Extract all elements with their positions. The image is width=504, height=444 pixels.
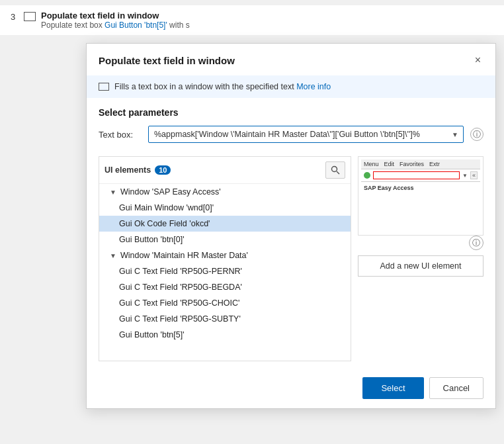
params-section: Select parameters Text box: %appmask['Wi… (87, 98, 495, 143)
sap-preview: Menu Edit Favorites Extr ▼ « SAP Easy Ac… (358, 157, 483, 197)
textbox-info-button[interactable]: ⓘ (470, 128, 483, 141)
window-icon (24, 12, 36, 21)
task-title: Populate text field in window (41, 11, 190, 21)
ui-count-badge: 10 (155, 165, 171, 175)
tree-item[interactable]: Gui C Text Field 'RP50G-BEGDA' (99, 279, 351, 295)
preview-box: Menu Edit Favorites Extr ▼ « SAP Easy Ac… (358, 156, 483, 236)
tree-item[interactable]: ▼ Window 'Maintain HR Master Data' (99, 247, 351, 263)
sap-input-field (373, 171, 460, 179)
info-text: Fills a text box in a window with the sp… (114, 82, 331, 91)
svg-line-1 (337, 171, 339, 174)
add-ui-element-button[interactable]: Add a new UI element (358, 255, 483, 277)
ui-elements-panel: UI elements 10 ▼ Window 'SAP Easy Access… (99, 156, 351, 361)
content-area: UI elements 10 ▼ Window 'SAP Easy Access… (87, 150, 495, 361)
tree-item[interactable]: Gui C Text Field 'RP50G-PERNR' (99, 263, 351, 279)
task-subtitle: Populate text box Gui Button 'btn[5]' wi… (41, 21, 190, 30)
svg-point-0 (332, 167, 337, 172)
tree-item[interactable]: Gui Main Window 'wnd[0]' (99, 200, 351, 216)
collapse-icon: ▼ (110, 189, 116, 196)
task-item: 3 Populate text field in window Populate… (0, 5, 504, 35)
more-info-link[interactable]: More info (296, 82, 331, 91)
sap-menu-bar: Menu Edit Favorites Extr (361, 159, 480, 169)
textbox-icon (99, 83, 109, 91)
modal: Populate text field in window × Fills a … (86, 43, 496, 409)
textbox-label: Text box: (99, 130, 142, 140)
ui-elements-label: UI elements (105, 165, 151, 175)
tree-item[interactable]: Gui Ok Code Field 'okcd' (99, 216, 351, 232)
tree-item[interactable]: Gui Button 'btn[0]' (99, 232, 351, 247)
tree-item[interactable]: Gui C Text Field 'RP50G-SUBTY' (99, 311, 351, 327)
textbox-row: Text box: %appmask['Window \'Maintain HR… (99, 126, 483, 143)
sap-toolbar: ▼ « (361, 169, 480, 182)
modal-footer: Select Cancel (87, 368, 495, 408)
tree-item[interactable]: Gui Button 'btn[5]' (99, 327, 351, 343)
right-info-button[interactable]: ⓘ (469, 236, 483, 250)
textbox-select[interactable]: %appmask['Window \'Maintain HR Master Da… (148, 126, 464, 143)
cancel-button[interactable]: Cancel (429, 377, 483, 399)
right-panel: Menu Edit Favorites Extr ▼ « SAP Easy Ac… (358, 156, 483, 361)
task-number: 3 (11, 12, 24, 22)
search-button[interactable] (325, 161, 345, 179)
green-status-icon (364, 172, 370, 179)
search-icon (331, 165, 340, 175)
tree-item[interactable]: Gui C Text Field 'RP50G-CHOIC' (99, 295, 351, 311)
sap-title: SAP Easy Access (361, 182, 480, 194)
params-title: Select parameters (99, 107, 483, 118)
textbox-select-wrap: %appmask['Window \'Maintain HR Master Da… (148, 126, 464, 143)
modal-title: Populate text field in window (99, 55, 235, 66)
collapse-icon: ▼ (110, 252, 116, 259)
modal-header: Populate text field in window × (87, 44, 495, 75)
sap-dropdown-icon: ▼ (462, 173, 468, 179)
tree-item[interactable]: ▼ Window 'SAP Easy Access' (99, 184, 351, 200)
sap-nav-icon: « (470, 171, 478, 179)
info-banner: Fills a text box in a window with the sp… (87, 75, 495, 98)
select-button[interactable]: Select (362, 377, 423, 399)
ui-elements-header: UI elements 10 (99, 157, 351, 184)
close-button[interactable]: × (472, 53, 483, 67)
task-text: Populate text field in window Populate t… (41, 11, 190, 30)
